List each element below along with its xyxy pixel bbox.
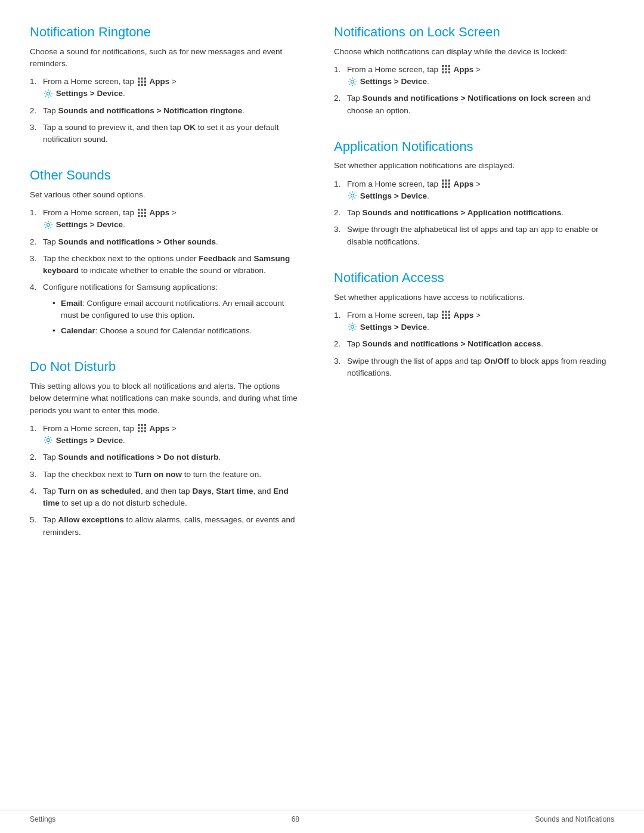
right-column: Notifications on Lock Screen Choose whic… [322,24,614,774]
step-number: 3. [30,122,36,134]
step-bold: Sounds and notifications > Notification … [363,339,541,348]
svg-rect-18 [144,215,146,217]
svg-rect-52 [448,311,450,313]
svg-rect-31 [445,65,447,67]
section-do-not-disturb: Do Not Disturb This setting allows you t… [30,358,298,538]
svg-rect-8 [144,83,146,86]
notifications-lock-screen-title: Notifications on Lock Screen [334,24,614,41]
svg-rect-42 [448,179,450,182]
svg-rect-28 [144,431,146,433]
content-area: Notification Ringtone Choose a sound for… [0,0,644,810]
notification-ringtone-steps: 1. From a Home screen, tap Apps > Settin… [30,76,298,145]
step-number: 2. [30,451,36,463]
svg-rect-10 [138,209,140,211]
svg-rect-14 [141,212,143,214]
notifications-lock-screen-desc: Choose which notifications can display w… [334,46,614,58]
do-not-disturb-desc: This setting allows you to block all not… [30,380,298,417]
do-not-disturb-steps: 1. From a Home screen, tap Apps > Settin… [30,423,298,538]
sub-list-item: Calendar: Choose a sound for Calendar no… [50,325,298,337]
step-item: 2. Tap Sounds and notifications > Applic… [334,207,614,219]
svg-rect-37 [445,72,447,74]
step-bold: Allow exceptions [58,515,124,524]
other-sounds-steps: 1. From a Home screen, tap Apps > Settin… [30,207,298,337]
application-notifications-title: Application Notifications [334,138,614,156]
apps-grid-icon [441,179,451,188]
step-bold: Sounds and notifications > Notifications… [363,94,575,103]
apps-label: Apps [454,179,474,188]
step-number: 2. [334,338,340,350]
step-item: 2. Tap Sounds and notifications > Notifi… [30,105,298,117]
apps-grid-icon [441,310,451,320]
step-bold: Turn on now [134,470,182,479]
step-number: 5. [30,514,36,526]
step-item: 2. Tap Sounds and notifications > Notifi… [334,92,614,117]
svg-rect-24 [141,427,143,429]
settings-device-label: Settings > Device [56,436,123,445]
notification-ringtone-title: Notification Ringtone [30,24,298,41]
svg-rect-35 [448,68,450,70]
svg-rect-21 [141,424,143,426]
step-number: 3. [30,253,36,265]
step-bold: Turn on as scheduled [58,487,141,496]
svg-rect-2 [144,78,146,80]
section-notification-ringtone: Notification Ringtone Choose a sound for… [30,24,298,145]
svg-rect-17 [141,215,143,217]
step-item: 2. Tap Sounds and notifications > Other … [30,236,298,248]
footer: Settings 68 Sounds and Notifications [0,810,644,833]
svg-rect-22 [144,424,146,426]
sub-item-bold: Calendar [61,326,95,335]
step-bold: Feedback [199,254,236,263]
svg-rect-30 [442,65,444,67]
step-item: 3. Tap the checkbox next to the options … [30,253,298,277]
step-bold: Samsung keyboard [43,254,290,275]
footer-left: Settings [30,815,55,823]
step-item: 1. From a Home screen, tap Apps > Settin… [30,207,298,231]
apps-label: Apps [150,77,170,86]
notifications-lock-screen-steps: 1. From a Home screen, tap Apps > Settin… [334,64,614,117]
settings-device-label: Settings > Device [56,220,123,229]
svg-rect-6 [138,83,140,86]
svg-rect-45 [448,182,450,185]
step-bold: Sounds and notifications > Notification … [58,106,243,115]
step-item: 5. Tap Allow exceptions to allow alarms,… [30,514,298,538]
step-bold: Sounds and notifications > Do not distur… [58,453,219,462]
svg-point-59 [351,326,354,329]
svg-rect-12 [144,209,146,211]
settings-gear-icon [348,77,357,86]
svg-point-19 [47,223,50,226]
sub-item-bold: Email [61,299,82,308]
svg-rect-38 [448,72,450,74]
svg-rect-27 [141,431,143,433]
footer-center: 68 [292,815,299,823]
svg-rect-34 [445,68,447,70]
step-number: 1. [30,423,36,435]
step-number: 4. [30,281,36,293]
step-bold: Sounds and notifications > Application n… [363,208,562,217]
step-item: 1. From a Home screen, tap Apps > Settin… [334,178,614,203]
step-bold: OK [184,123,196,132]
step-bold: Sounds and notifications > Other sounds [58,237,216,246]
svg-rect-33 [442,68,444,70]
step-bold: On/Off [484,357,509,366]
svg-rect-56 [442,317,444,320]
step-item: 3. Swipe through the list of apps and ta… [334,355,614,380]
section-notification-access: Notification Access Set whether applicat… [334,270,614,379]
svg-rect-3 [138,80,140,83]
step-number: 1. [334,64,340,76]
step-number: 1. [30,76,36,88]
apps-label: Apps [150,424,170,433]
step-number: 4. [30,485,36,497]
notification-access-steps: 1. From a Home screen, tap Apps > Settin… [334,309,614,379]
svg-rect-48 [448,186,450,188]
apps-label: Apps [454,311,474,320]
step-number: 2. [30,236,36,248]
settings-gear-icon [348,322,357,332]
settings-device-label: Settings > Device [360,323,427,332]
step-number: 1. [334,309,340,321]
svg-rect-58 [448,317,450,320]
step-number: 2. [334,207,340,219]
apps-label: Apps [454,65,474,74]
step-item: 4. Configure notifications for Samsung a… [30,281,298,337]
svg-rect-41 [445,179,447,182]
other-sounds-title: Other Sounds [30,167,298,184]
